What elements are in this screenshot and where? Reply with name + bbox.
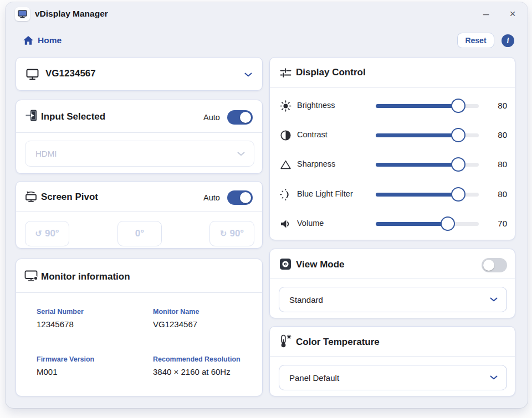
rotate-0-label: 0° (135, 228, 144, 239)
monitor-information-card: Monitor information Serial Number 123456… (16, 259, 263, 396)
color-temperature-value: Panel Default (289, 373, 339, 383)
view-mode-dropdown[interactable]: Standard (279, 287, 507, 312)
rotate-ccw-icon: ↺ (35, 229, 42, 239)
monitor-name-value: VG1234567 (153, 319, 199, 329)
brightness-label: Brightness (297, 101, 335, 110)
monitor-information-title: Monitor information (41, 271, 130, 282)
sliders-icon (280, 67, 291, 79)
volume-label: Volume (297, 219, 324, 228)
chevron-down-icon (237, 152, 245, 156)
serial-number-field: Serial Number 12345678 (37, 308, 84, 329)
chevron-down-icon (490, 297, 498, 302)
input-auto-label: Auto (203, 113, 220, 122)
blue-light-filter-slider-row: Blue Light Filter 80 (270, 186, 516, 203)
input-source-value: HDMI (35, 149, 57, 158)
screen-pivot-icon (24, 190, 38, 203)
view-mode-value: Standard (289, 295, 323, 305)
input-auto-toggle[interactable] (227, 110, 253, 125)
volume-slider-row: Volume 70 (270, 215, 516, 232)
view-mode-icon (279, 258, 291, 270)
blue-light-filter-icon (279, 188, 291, 200)
chevron-down-icon (490, 375, 498, 380)
input-source-dropdown: HDMI (25, 141, 254, 167)
sharpness-icon (279, 158, 291, 171)
rotate-cw-icon: ↻ (220, 229, 227, 239)
sharpness-value: 80 (484, 159, 507, 169)
rotate-cw-label: 90° (229, 228, 244, 239)
rotate-ccw-90-button[interactable]: ↺ 90° (25, 221, 69, 246)
view-mode-title: View Mode (296, 259, 345, 270)
app-logo-monitor-icon (15, 7, 30, 21)
sharpness-label: Sharpness (297, 159, 335, 168)
display-control-title: Display Control (296, 67, 366, 78)
screen-pivot-title: Screen Pivot (41, 192, 98, 203)
color-temperature-icon (279, 334, 292, 348)
app-window: vDisplay Manager – × Home Reset i VG1234… (6, 2, 528, 408)
chevron-down-icon (244, 73, 252, 77)
color-temperature-card: Color Temperature Panel Default (269, 326, 515, 396)
monitor-icon (26, 69, 39, 80)
screen-pivot-card: Screen Pivot Auto ↺ 90° 0° ↻ 90° (16, 181, 263, 249)
volume-icon (279, 218, 291, 230)
serial-number-label: Serial Number (37, 308, 84, 316)
firmware-version-value: M001 (37, 367, 94, 376)
firmware-version-label: Firmware Version (37, 355, 94, 363)
rotate-0-button[interactable]: 0° (117, 221, 162, 246)
recommended-resolution-field: Recommended Resolution 3840 × 2160 at 60… (153, 355, 241, 376)
rotate-cw-90-button[interactable]: ↻ 90° (209, 221, 254, 246)
home-icon (23, 35, 34, 45)
breadcrumb-home[interactable]: Home (38, 35, 62, 45)
app-title: vDisplay Manager (35, 9, 108, 19)
pivot-auto-toggle[interactable] (227, 190, 253, 205)
brightness-icon (279, 100, 291, 112)
input-source-icon (25, 109, 37, 122)
color-temperature-title: Color Temperature (296, 337, 380, 348)
volume-value: 70 (484, 219, 507, 228)
monitor-name-field: Monitor Name VG1234567 (153, 308, 199, 329)
contrast-label: Contrast (297, 130, 328, 139)
monitor-name-label: Monitor Name (153, 308, 199, 316)
monitor-selector-value: VG1234567 (45, 68, 96, 79)
close-button[interactable]: × (505, 6, 520, 22)
contrast-icon (279, 129, 291, 141)
view-mode-card: View Mode Standard (269, 249, 515, 318)
contrast-slider-row: Contrast 80 (270, 127, 516, 143)
brightness-value: 80 (484, 101, 507, 110)
sharpness-slider-row: Sharpness 80 (270, 156, 516, 173)
recommended-resolution-value: 3840 × 2160 at 60Hz (153, 367, 241, 376)
firmware-version-field: Firmware Version M001 (37, 355, 94, 376)
info-icon[interactable]: i (502, 34, 514, 47)
blue-light-filter-value: 80 (484, 189, 507, 199)
blue-light-filter-label: Blue Light Filter (297, 189, 353, 198)
brightness-slider-row: Brightness 80 (270, 97, 516, 114)
reset-button[interactable]: Reset (457, 33, 494, 48)
rotate-ccw-label: 90° (45, 228, 59, 239)
pivot-auto-label: Auto (203, 193, 220, 202)
serial-number-value: 12345678 (37, 319, 84, 329)
monitor-info-icon (24, 270, 38, 282)
color-temperature-dropdown[interactable]: Panel Default (279, 365, 507, 390)
view-mode-toggle[interactable] (482, 258, 507, 272)
display-control-card: Display Control Brightness 80 (269, 57, 515, 240)
monitor-selector[interactable]: VG1234567 (16, 57, 263, 91)
input-selected-card: Input Selected Auto HDMI (16, 100, 263, 174)
contrast-value: 80 (484, 130, 507, 140)
input-selected-title: Input Selected (41, 111, 105, 122)
minimize-button[interactable]: – (478, 6, 494, 22)
recommended-resolution-label: Recommended Resolution (153, 355, 241, 363)
